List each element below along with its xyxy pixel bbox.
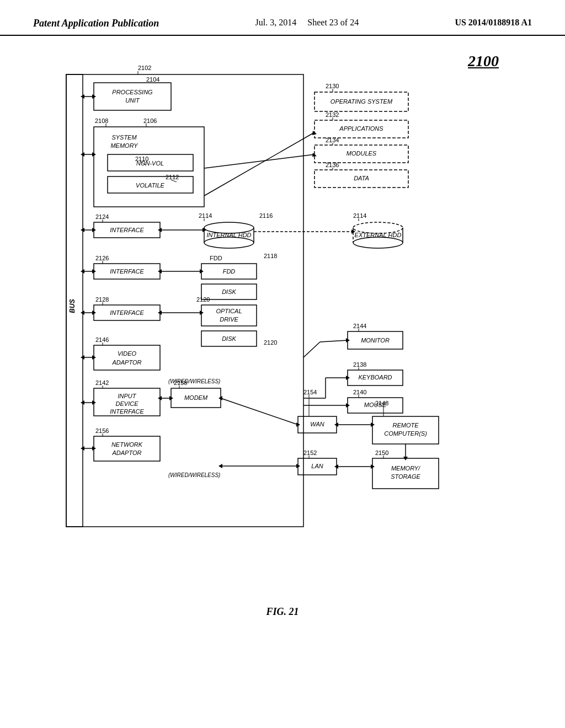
label-2134: 2134 <box>326 137 339 143</box>
label-2130: 2130 <box>326 83 339 89</box>
fdd-label: FDD <box>223 268 236 275</box>
svg-line-81 <box>204 154 315 168</box>
monitor-label: MONITOR <box>361 337 390 344</box>
publication-title: Patent Application Publication <box>33 18 159 29</box>
lan-label: LAN <box>311 463 323 469</box>
label-2120-monitor: 2120 <box>264 339 277 346</box>
label-2112: 2112 <box>166 174 179 180</box>
disk1-label: DISK <box>222 288 236 295</box>
wired-wireless1-label: (WIRED/WIRELESS) <box>168 378 220 384</box>
os-label: OPERATING SYSTEM <box>331 98 393 105</box>
input-device-label3: INTERFACE <box>110 408 144 415</box>
svg-rect-3 <box>94 83 171 110</box>
diagram-container: BUS 2102 PROCESSING UNIT 2104 2108 2106 <box>33 58 508 595</box>
figure-caption: FIG. 21 <box>33 606 532 618</box>
interface2-label: INTERFACE <box>110 268 144 275</box>
label-2108: 2108 <box>95 117 108 124</box>
optical-drive-label2: DRIVE <box>220 316 238 323</box>
label-2146: 2146 <box>95 336 109 343</box>
svg-rect-44 <box>94 436 160 461</box>
label-2132: 2132 <box>326 111 339 118</box>
label-2126: 2126 <box>95 255 109 261</box>
internal-hdd-label: INTERNAL HDD <box>206 232 251 238</box>
network-adaptor-label2: ADAPTOR <box>112 449 142 456</box>
system-memory-label2: MEMORY <box>110 142 138 149</box>
external-hdd-label: EXTERNAL HDD <box>355 232 402 238</box>
modem-label: MODEM <box>184 394 208 401</box>
processing-unit-label2: UNIT <box>125 97 140 104</box>
publication-date-sheet: Jul. 3, 2014 Sheet 23 of 24 <box>255 18 359 28</box>
memory-storage-label2: STORAGE <box>391 473 420 480</box>
optical-drive-label1: OPTICAL <box>216 308 242 314</box>
interface3-label: INTERFACE <box>110 309 144 316</box>
label-fdd: FDD <box>210 255 222 261</box>
label-2104: 2104 <box>146 76 159 83</box>
label-2152: 2152 <box>303 449 317 456</box>
data-label: DATA <box>354 175 369 181</box>
svg-point-52 <box>204 237 254 248</box>
apps-label: APPLICATIONS <box>339 125 383 132</box>
label-2138: 2138 <box>353 361 366 368</box>
label-2148: 2148 <box>375 400 388 406</box>
modules-label: MODULES <box>347 150 377 157</box>
label-2144: 2144 <box>353 323 366 329</box>
label-2114: 2114 <box>199 212 212 219</box>
label-2114-ext: 2114 <box>353 212 366 219</box>
video-adaptor-label1: VIDEO <box>118 350 137 357</box>
label-2142: 2142 <box>95 379 109 386</box>
memory-storage-label1: MEMORY/ <box>391 465 420 472</box>
label-2116: 2116 <box>259 212 273 219</box>
video-adaptor-label2: ADAPTOR <box>112 359 142 366</box>
volatile-label: VOLATILE <box>136 182 164 189</box>
bus-label: BUS <box>68 299 76 313</box>
label-2128: 2128 <box>95 296 109 303</box>
system-memory-label1: SYSTEM <box>111 134 137 141</box>
patent-number: US 2014/0188918 A1 <box>455 18 532 28</box>
label-2136: 2136 <box>326 162 339 168</box>
label-2150: 2150 <box>375 449 388 456</box>
svg-rect-10 <box>94 127 204 207</box>
keyboard-label: KEYBOARD <box>358 374 392 381</box>
input-device-label2: DEVICE <box>116 400 139 407</box>
svg-rect-34 <box>94 345 160 370</box>
disk2-label: DISK <box>222 335 236 342</box>
label-2124: 2124 <box>95 213 109 220</box>
svg-line-107 <box>221 398 298 425</box>
label-2120-opt: 2120 <box>196 296 210 303</box>
label-2140: 2140 <box>353 389 366 395</box>
nonvol-label: NON-VOL <box>136 160 164 167</box>
publication-date: Jul. 3, 2014 <box>255 18 297 27</box>
label-2156: 2156 <box>95 427 109 434</box>
label-2118: 2118 <box>264 253 277 259</box>
interface1-label: INTERFACE <box>110 227 144 233</box>
remote-computer-label2: COMPUTER(S) <box>384 430 427 437</box>
svg-line-79 <box>204 132 315 196</box>
wan-label: WAN <box>310 421 324 427</box>
network-adaptor-label1: NETWORK <box>111 441 143 448</box>
page-header: Patent Application Publication Jul. 3, 2… <box>0 0 565 36</box>
architecture-diagram: BUS 2102 PROCESSING UNIT 2104 2108 2106 <box>33 58 530 593</box>
page-content: 2100 BUS 2102 PROCESSING UNIT 2104 <box>0 36 565 629</box>
remote-computer-label1: REMOTE <box>392 422 419 429</box>
svg-line-92 <box>303 342 320 357</box>
label-2106: 2106 <box>143 117 157 124</box>
wired-wireless2-label: (WIRED/WIRELESS) <box>168 472 220 478</box>
processing-unit-label1: PROCESSING <box>112 89 153 95</box>
svg-marker-114 <box>218 464 222 468</box>
svg-point-87 <box>353 237 403 248</box>
label-2102: 2102 <box>138 65 151 71</box>
svg-line-93 <box>320 340 348 342</box>
sheet-number: Sheet 23 of 24 <box>307 18 359 27</box>
input-device-label1: INPUT <box>118 393 137 399</box>
label-2154: 2154 <box>303 389 317 395</box>
